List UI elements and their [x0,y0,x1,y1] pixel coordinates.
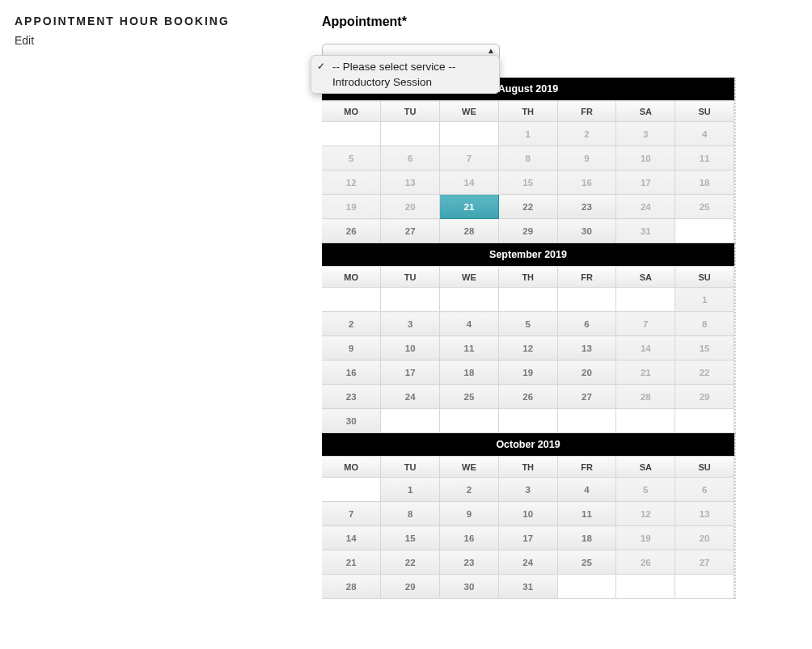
calendar-day[interactable]: 21 [322,550,381,575]
calendar-day[interactable]: 28 [322,575,381,599]
calendar-day[interactable]: 8 [381,502,440,526]
calendar-day[interactable]: 29 [498,219,557,243]
weekday-header: MO [322,267,381,288]
edit-link[interactable]: Edit [15,34,322,47]
calendar-day[interactable]: 9 [322,336,381,360]
calendar-day: 20 [381,195,440,219]
calendar-day: 5 [616,478,675,502]
calendar-day[interactable]: 18 [557,526,616,550]
calendar-day[interactable]: 23 [557,195,616,219]
calendar-empty-cell [675,575,734,599]
calendar-header: September 2019 [322,243,734,266]
calendar-day[interactable]: 4 [440,312,499,336]
dropdown-option-label: Introductory Session [332,76,432,88]
calendar-day[interactable]: 4 [557,478,616,502]
calendar-day: 6 [675,478,734,502]
calendar-day[interactable]: 24 [381,385,440,409]
calendar-day[interactable]: 27 [381,219,440,243]
calendar-day: 11 [675,146,734,171]
service-select[interactable]: ▲▼ ✓-- Please select service --Introduct… [322,44,500,66]
calendar-day[interactable]: 27 [557,385,616,409]
calendar-day[interactable]: 14 [322,526,381,550]
calendar-day[interactable]: 24 [498,550,557,575]
calendar-day[interactable]: 31 [498,575,557,599]
calendar-day[interactable]: 28 [440,219,499,243]
calendar-empty-cell [440,409,499,433]
weekday-header: WE [440,101,499,122]
calendar-day: 21 [616,360,675,385]
calendar-day[interactable]: 30 [557,219,616,243]
calendar-day[interactable]: 17 [498,526,557,550]
calendar-day[interactable]: 1 [381,478,440,502]
calendar-day: 1 [675,288,734,312]
calendar-day[interactable]: 3 [381,312,440,336]
dropdown-option[interactable]: Introductory Session [311,74,499,90]
calendar-empty-cell [675,409,734,433]
calendar-header: October 2019 [322,433,734,456]
calendar-day[interactable]: 15 [381,526,440,550]
calendar-day[interactable]: 22 [381,550,440,575]
calendar-day[interactable]: 9 [440,502,499,526]
calendar-day[interactable]: 25 [440,385,499,409]
calendar-day: 12 [616,502,675,526]
weekday-header: MO [322,457,381,478]
calendar-day[interactable]: 6 [557,312,616,336]
calendar-day[interactable]: 16 [440,526,499,550]
weekday-header: TH [498,267,557,288]
calendar-day[interactable]: 7 [322,502,381,526]
calendar-day[interactable]: 16 [322,360,381,385]
calendar-empty-cell [557,575,616,599]
calendar-day[interactable]: 20 [557,360,616,385]
calendar-day[interactable]: 13 [557,336,616,360]
calendar-day: 7 [440,146,499,171]
calendar-day[interactable]: 26 [322,219,381,243]
calendar-empty-cell [557,288,616,312]
calendar-day: 25 [675,195,734,219]
calendar-month: October 2019MOTUWETHFRSASU12345678910111… [322,433,736,599]
calendar-day[interactable]: 23 [440,550,499,575]
weekday-header: FR [557,267,616,288]
calendar-day[interactable]: 11 [557,502,616,526]
calendar-day[interactable]: 19 [498,360,557,385]
calendar-empty-cell [381,122,440,146]
weekday-header: SA [616,457,675,478]
calendar-empty-cell [381,288,440,312]
calendar-day[interactable]: 17 [381,360,440,385]
calendar-day: 12 [322,171,381,195]
calendar-day: 2 [557,122,616,146]
calendar-day[interactable]: 3 [498,478,557,502]
calendar-day[interactable]: 2 [322,312,381,336]
calendar-day[interactable]: 10 [498,502,557,526]
field-label: Appointment* [322,15,797,29]
dropdown-option[interactable]: ✓-- Please select service -- [311,59,499,74]
calendar-day[interactable]: 18 [440,360,499,385]
calendar-day: 19 [322,195,381,219]
calendar-day[interactable]: 25 [557,550,616,575]
weekday-header: FR [557,101,616,122]
calendar-day: 20 [675,526,734,550]
calendar-day: 31 [616,219,675,243]
calendar-empty-cell [322,478,381,502]
weekday-header: FR [557,457,616,478]
calendar-empty-cell [498,288,557,312]
calendar-day[interactable]: 23 [322,385,381,409]
calendar-day: 26 [616,550,675,575]
calendar-day[interactable]: 30 [440,575,499,599]
weekday-header: TU [381,457,440,478]
weekday-header: SA [616,267,675,288]
calendar-day[interactable]: 12 [498,336,557,360]
calendar-day[interactable]: 21 [440,195,499,219]
calendar-day: 15 [675,336,734,360]
calendar-day[interactable]: 11 [440,336,499,360]
calendar-day[interactable]: 5 [498,312,557,336]
calendar-day[interactable]: 30 [322,409,381,433]
calendar-empty-cell [616,409,675,433]
calendar-day: 8 [675,312,734,336]
calendar-day: 5 [322,146,381,171]
calendar-day: 9 [557,146,616,171]
calendar-day[interactable]: 10 [381,336,440,360]
calendar-day[interactable]: 26 [498,385,557,409]
calendar-day[interactable]: 2 [440,478,499,502]
calendar-day[interactable]: 29 [381,575,440,599]
calendar-day[interactable]: 22 [498,195,557,219]
